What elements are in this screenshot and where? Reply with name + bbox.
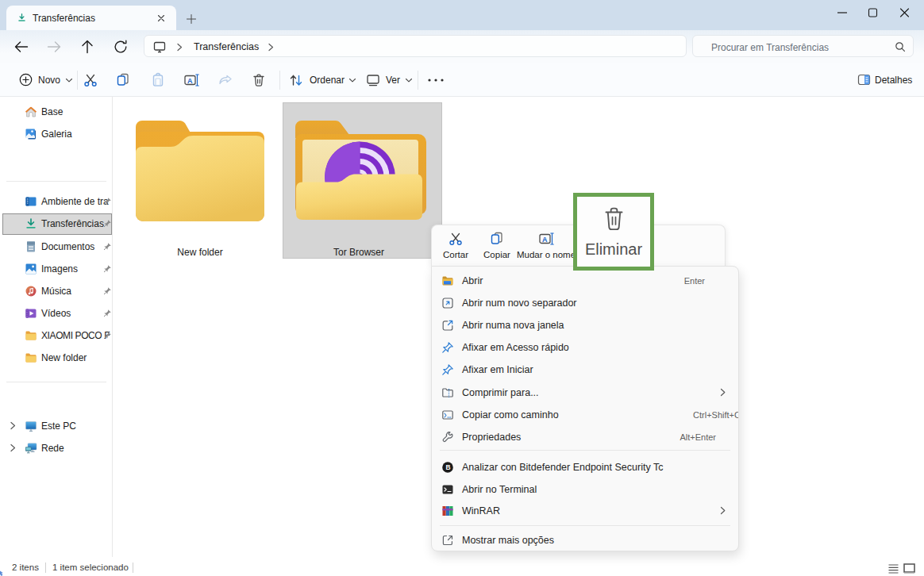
svg-text:A: A [187, 77, 193, 85]
svg-text:B: B [445, 463, 450, 471]
svg-text:A: A [542, 236, 548, 244]
